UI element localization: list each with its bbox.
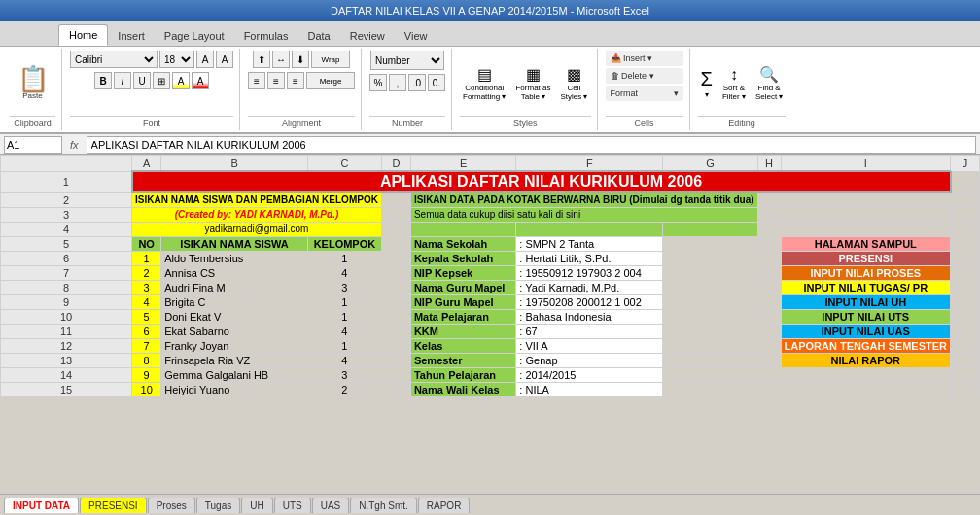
border-button[interactable]: ⊞: [153, 72, 170, 89]
btn-input-proses[interactable]: INPUT NILAI PROSES: [781, 265, 950, 280]
cell-a7: 2: [132, 265, 161, 280]
col-header-g: G: [663, 156, 757, 172]
sheet-tab-uts[interactable]: UTS: [274, 498, 311, 513]
cell-c7: 4: [307, 265, 381, 280]
sheet-tab-presensi[interactable]: PRESENSI: [80, 498, 147, 513]
merge-button[interactable]: Merge: [306, 72, 355, 89]
sheet-tab-rapor[interactable]: RAPOR: [418, 498, 471, 513]
sheet-tabs: INPUT DATA PRESENSI Proses Tugas UH UTS …: [0, 494, 980, 515]
bold-button[interactable]: B: [94, 72, 112, 89]
btn-input-uh[interactable]: INPUT NILAI UH: [781, 294, 950, 309]
font-color-button[interactable]: A: [192, 72, 209, 89]
cell-h6: [757, 251, 781, 265]
name-box[interactable]: [4, 136, 62, 154]
row-num-4: 4: [1, 222, 132, 236]
number-format-select[interactable]: Number: [370, 51, 444, 70]
cell-g15: [663, 382, 757, 396]
title-text: DAFTAR NILAI KELAS VII A GENAP 2014/2015…: [331, 5, 649, 17]
delete-button[interactable]: 🗑 Delete ▾: [606, 68, 683, 84]
sheet-tab-uh[interactable]: UH: [241, 498, 272, 513]
insert-button[interactable]: 📥 Insert ▾: [606, 51, 683, 66]
btn-laporan-tengah[interactable]: LAPORAN TENGAH SEMESTER: [781, 338, 950, 353]
sort-filter-button[interactable]: ↕ Sort &Filter ▾: [719, 63, 749, 104]
cell-a14: 9: [132, 367, 161, 382]
cell-e13: Semester: [410, 353, 515, 367]
autosum-button[interactable]: Σ ▾: [698, 65, 716, 102]
cell-d5: [381, 236, 410, 251]
tab-formulas[interactable]: Formulas: [234, 26, 298, 46]
cell-a12: 7: [132, 338, 161, 353]
cell-j8: [951, 280, 980, 294]
row-9: 9 4 Brigita C 1 NIP Guru Mapel : 1975020…: [1, 294, 980, 309]
decrease-font-button[interactable]: A: [216, 51, 233, 68]
fill-color-button[interactable]: A: [172, 72, 190, 89]
decrease-decimal-button[interactable]: 0.: [428, 74, 445, 91]
cell-f8: : Yadi Karnadi, M.Pd.: [516, 280, 663, 294]
btn-input-tugas[interactable]: INPUT NILAI TUGAS/ PR: [781, 280, 950, 294]
format-button[interactable]: Format ▾: [606, 86, 683, 101]
sheet-tab-tugas[interactable]: Tugas: [196, 498, 240, 513]
btn-halaman-sampul[interactable]: HALAMAN SAMPUL: [781, 236, 950, 251]
ribbon-section-styles: ▤ ConditionalFormatting ▾ ▦ Format asTab…: [454, 49, 598, 130]
increase-decimal-button[interactable]: .0: [408, 74, 426, 91]
clipboard-label: Clipboard: [10, 116, 55, 128]
sheet-tab-ntghsmt[interactable]: N.Tgh Smt.: [350, 498, 417, 513]
percent-button[interactable]: %: [369, 74, 387, 91]
ribbon-section-editing: Σ ▾ ↕ Sort &Filter ▾ 🔍 Find &Select ▾ Ed…: [692, 49, 792, 130]
align-right-button[interactable]: ≡: [287, 72, 304, 89]
cell-b6: Aldo Tembersius: [161, 251, 308, 265]
paste-button[interactable]: 📋 Paste: [13, 54, 53, 113]
increase-font-button[interactable]: A: [196, 51, 214, 68]
row-12: 12 7 Franky Joyan 1 Kelas : VII A LAPORA…: [1, 338, 980, 353]
cell-e14: Tahun Pelajaran: [410, 367, 515, 382]
font-family-select[interactable]: Calibri: [70, 51, 158, 68]
col-header-a: A: [132, 156, 161, 172]
sheet-tab-proses[interactable]: Proses: [148, 498, 195, 513]
wrap-text-button[interactable]: Wrap: [311, 51, 350, 68]
tab-active[interactable]: Home: [58, 24, 108, 46]
sum-icon: Σ: [701, 68, 713, 90]
tab-data[interactable]: Data: [298, 26, 339, 46]
cell-d2: [381, 192, 410, 207]
format-as-table-button[interactable]: ▦ Format asTable ▾: [512, 62, 553, 104]
cell-styles-button[interactable]: ▩ CellStyles ▾: [557, 62, 590, 104]
conditional-formatting-label: ConditionalFormatting ▾: [463, 84, 506, 101]
align-center-button[interactable]: ≡: [267, 72, 285, 89]
btn-nilai-rapor[interactable]: NILAI RAPOR: [781, 353, 950, 367]
btn-presensi[interactable]: PRESENSI: [781, 251, 950, 265]
align-bottom-button[interactable]: ⬇: [292, 51, 309, 68]
btn-input-uas[interactable]: INPUT NILAI UAS: [781, 324, 950, 338]
cell-styles-label: CellStyles ▾: [560, 84, 587, 101]
cell-g10: [663, 309, 757, 324]
tab-view[interactable]: View: [395, 26, 438, 46]
cell-title[interactable]: APLIKASI DAFTAR NILAI KURIKULUM 2006: [132, 171, 951, 192]
cell-f11: : 67: [516, 324, 663, 338]
cell-g13: [663, 353, 757, 367]
col-header-i: I: [781, 156, 950, 172]
find-select-button[interactable]: 🔍 Find &Select ▾: [752, 62, 786, 104]
align-middle-button[interactable]: ↔: [272, 51, 290, 68]
font-size-select[interactable]: 18: [159, 51, 194, 68]
btn-input-uts[interactable]: INPUT NILAI UTS: [781, 309, 950, 324]
row-11: 11 6 Ekat Sabarno 4 KKM : 67 INPUT NILAI…: [1, 324, 980, 338]
row-3: 3 (Created by: YADI KARNADI, M.Pd.) Semu…: [1, 207, 980, 222]
conditional-formatting-button[interactable]: ▤ ConditionalFormatting ▾: [460, 62, 508, 104]
paste-label: Paste: [22, 91, 42, 100]
underline-button[interactable]: U: [133, 72, 151, 89]
align-top-button[interactable]: ⬆: [253, 51, 270, 68]
sheet-tab-uas[interactable]: UAS: [312, 498, 350, 513]
tab-review[interactable]: Review: [340, 26, 395, 46]
tab-pagelayout[interactable]: Page Layout: [155, 26, 234, 46]
align-left-button[interactable]: ≡: [248, 72, 265, 89]
thousands-button[interactable]: ,: [389, 74, 406, 91]
cell-g11: [663, 324, 757, 338]
italic-button[interactable]: I: [114, 72, 131, 89]
cell-b14: Gemma Galgalani HB: [161, 367, 308, 382]
tab-insert[interactable]: Insert: [108, 26, 155, 46]
formula-input[interactable]: [87, 136, 976, 154]
cell-e3: Semua data cukup diisi satu kali di sini: [410, 207, 757, 222]
sheet-tab-inputdata[interactable]: INPUT DATA: [4, 498, 79, 513]
cell-h4: [757, 222, 781, 236]
cell-c12: 1: [307, 338, 381, 353]
cell-g14: [663, 367, 757, 382]
